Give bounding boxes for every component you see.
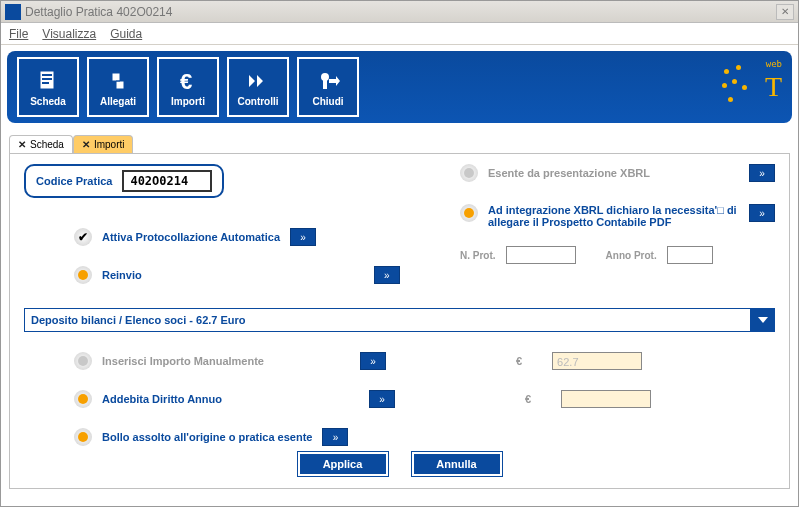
codice-pratica-badge: Codice Pratica 402O0214 xyxy=(24,164,224,198)
combo-deposito[interactable]: Deposito bilanci / Elenco soci - 62.7 Eu… xyxy=(24,308,751,332)
go-protocollazione-button[interactable]: » xyxy=(290,228,316,246)
radio-addebita-diritto[interactable] xyxy=(74,390,92,408)
chevron-down-icon xyxy=(758,315,768,325)
euro-symbol-2: € xyxy=(525,393,531,405)
amount-input-2[interactable] xyxy=(561,390,651,408)
go-reinvio-button[interactable]: » xyxy=(374,266,400,284)
euro-icon: € xyxy=(175,68,201,94)
label-n-prot: N. Prot. xyxy=(460,250,496,261)
close-icon: ✕ xyxy=(18,139,26,150)
titlebar: Dettaglio Pratica 402O0214 ✕ xyxy=(1,1,798,23)
menubar: File Visualizza Guida xyxy=(1,23,798,45)
label-anno-prot: Anno Prot. xyxy=(606,250,657,261)
forward-icon xyxy=(245,68,271,94)
toolbar-scheda-button[interactable]: Scheda xyxy=(17,57,79,117)
radio-inserisci-manualmente[interactable] xyxy=(74,352,92,370)
input-n-prot[interactable] xyxy=(506,246,576,264)
radio-bollo-assolto[interactable] xyxy=(74,428,92,446)
go-bollo-button[interactable]: » xyxy=(322,428,348,446)
toolbar-allegati-button[interactable]: Allegati xyxy=(87,57,149,117)
label-bollo-assolto: Bollo assolto all'origine o pratica esen… xyxy=(102,431,312,443)
applica-button[interactable]: Applica xyxy=(298,452,388,476)
label-reinvio: Reinvio xyxy=(102,269,142,281)
label-attiva-protocollazione: Attiva Protocollazione Automatica xyxy=(102,231,280,243)
label-esente-xbrl: Esente da presentazione XBRL xyxy=(488,167,650,179)
svg-rect-6 xyxy=(323,80,327,89)
radio-esente-xbrl[interactable] xyxy=(460,164,478,182)
input-anno-prot[interactable] xyxy=(667,246,713,264)
radio-reinvio[interactable] xyxy=(74,266,92,284)
toolbar-importi-button[interactable]: € Importi xyxy=(157,57,219,117)
radio-integrazione-xbrl[interactable] xyxy=(460,204,478,222)
tab-importi[interactable]: ✕ Importi xyxy=(73,135,134,153)
close-icon: ✕ xyxy=(82,139,90,150)
menu-guida[interactable]: Guida xyxy=(110,27,142,41)
annulla-button[interactable]: Annulla xyxy=(412,452,502,476)
toolbar: Scheda Allegati € Importi Controlli xyxy=(7,51,792,123)
radio-attiva-protocollazione[interactable] xyxy=(74,228,92,246)
go-integrazione-button[interactable]: » xyxy=(749,204,775,222)
go-addebita-button[interactable]: » xyxy=(369,390,395,408)
close-window-button[interactable]: ✕ xyxy=(776,4,794,20)
go-inserisci-button[interactable]: » xyxy=(360,352,386,370)
svg-rect-1 xyxy=(42,74,52,76)
toolbar-controlli-button[interactable]: Controlli xyxy=(227,57,289,117)
svg-rect-3 xyxy=(42,82,49,84)
menu-file[interactable]: File xyxy=(9,27,28,41)
exit-icon xyxy=(315,68,341,94)
window-title: Dettaglio Pratica 402O0214 xyxy=(25,5,172,19)
app-icon xyxy=(5,4,21,20)
label-inserisci-manualmente: Inserisci Importo Manualmente xyxy=(102,355,264,367)
tab-scheda[interactable]: ✕ Scheda xyxy=(9,135,73,153)
go-esente-button[interactable]: » xyxy=(749,164,775,182)
label-integrazione-xbrl: Ad integrazione XBRL dichiaro la necessi… xyxy=(488,204,743,228)
document-icon xyxy=(35,68,61,94)
euro-symbol-1: € xyxy=(516,355,522,367)
combo-dropdown-button[interactable] xyxy=(751,308,775,332)
menu-visualizza[interactable]: Visualizza xyxy=(42,27,96,41)
tab-panel: Codice Pratica 402O0214 Esente da presen… xyxy=(9,153,790,489)
svg-point-5 xyxy=(321,73,329,81)
toolbar-chiudi-button[interactable]: Chiudi xyxy=(297,57,359,117)
attachment-icon xyxy=(105,68,131,94)
svg-rect-2 xyxy=(42,78,52,80)
amount-input-1[interactable]: 62.7 xyxy=(552,352,642,370)
svg-text:€: € xyxy=(180,69,192,93)
label-addebita-diritto: Addebita Diritto Annuo xyxy=(102,393,222,405)
tabstrip: ✕ Scheda ✕ Importi xyxy=(9,131,790,153)
toolbar-logo: web T xyxy=(722,57,782,117)
codice-pratica-value: 402O0214 xyxy=(122,170,212,192)
